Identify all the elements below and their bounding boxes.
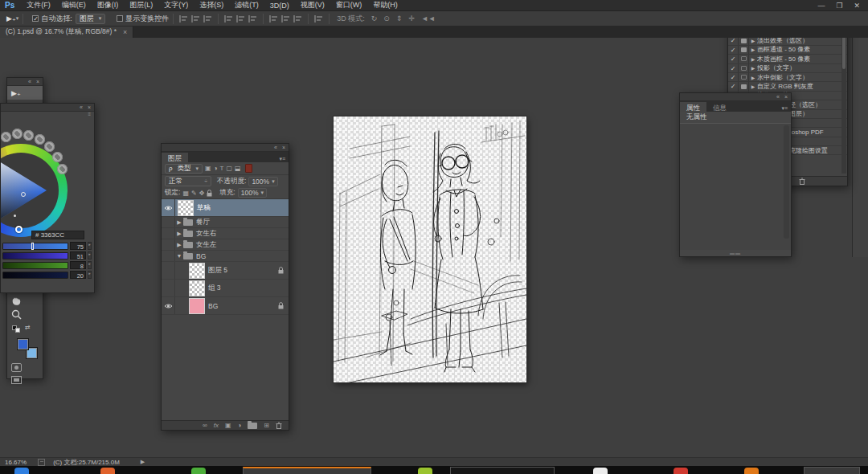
menu-edit[interactable]: 编辑(E) — [56, 0, 92, 10]
hue-marker-icon[interactable] — [15, 226, 23, 233]
filter-type-layers-icon[interactable]: T — [219, 165, 223, 172]
filter-smart-objects-icon[interactable]: ⬓ — [235, 165, 241, 172]
delete-action-icon[interactable] — [799, 178, 805, 185]
layer-row-layer5[interactable]: 图层 5 — [162, 262, 289, 280]
group-name[interactable]: 女生左 — [196, 240, 217, 250]
collapse-panel-icon[interactable]: « — [274, 145, 277, 150]
align-bottom-edges-icon[interactable] — [248, 15, 257, 22]
action-check-icon[interactable]: ✓ — [728, 73, 739, 81]
slider-value[interactable]: 8 — [70, 261, 86, 269]
lock-image-pixels-icon[interactable]: ✎ — [191, 190, 197, 197]
action-check-icon[interactable]: ✓ — [728, 55, 739, 63]
actions-scrollbar[interactable] — [841, 29, 846, 174]
color-slider[interactable] — [2, 252, 68, 259]
slider-value[interactable]: 51 — [70, 251, 86, 259]
filter-adjustment-layers-icon[interactable]: ◑ — [214, 165, 218, 172]
status-menu-arrow-icon[interactable]: ▶ — [141, 459, 145, 465]
align-vertical-centers-icon[interactable] — [236, 15, 245, 22]
layer-row-sketch[interactable]: 草稿 — [162, 199, 289, 217]
taskbar-app-icon[interactable] — [418, 468, 432, 474]
group-row-girl-left[interactable]: ▶ 女生左 — [162, 239, 289, 251]
dialog-toggle[interactable] — [739, 55, 749, 63]
close-panel-icon[interactable]: × — [88, 104, 91, 110]
collapse-arrow-icon[interactable]: ▼ — [175, 253, 183, 259]
taskbar-window-preview[interactable] — [804, 467, 860, 474]
expand-arrow-icon[interactable]: ▶ — [175, 231, 183, 237]
menu-type[interactable]: 文字(Y) — [158, 0, 194, 10]
align-top-edges-icon[interactable] — [224, 15, 233, 22]
tool-zoom[interactable] — [7, 308, 43, 321]
visibility-toggle[interactable] — [162, 262, 175, 279]
opacity-value[interactable]: 100% ▾ — [248, 177, 277, 186]
action-check-icon[interactable]: ✓ — [728, 82, 739, 90]
screen-mode-button[interactable] — [7, 373, 43, 386]
menu-select[interactable]: 选择(S) — [194, 0, 229, 10]
layer-row-group3[interactable]: 组 3 — [162, 280, 289, 297]
slider-handle[interactable] — [31, 243, 34, 250]
layer-thumbnail[interactable] — [189, 298, 205, 314]
dialog-toggle[interactable] — [739, 82, 749, 90]
zoom-level-field[interactable]: 16.67% — [5, 459, 27, 466]
panel-menu-icon[interactable]: ▾≡ — [276, 156, 289, 162]
menu-image[interactable]: 图像(I) — [92, 0, 125, 10]
slider-stepper[interactable]: ▸ — [88, 242, 92, 250]
properties-scrollbar[interactable] — [784, 125, 789, 239]
show-transform-checkbox[interactable] — [117, 15, 123, 22]
visibility-toggle[interactable] — [162, 251, 175, 261]
3d-rotate-icon[interactable]: ↻ — [371, 14, 378, 22]
preset-dot-icon[interactable] — [1, 132, 11, 142]
auto-select-checkbox[interactable]: ✓ — [32, 15, 39, 22]
layer-thumbnail[interactable] — [189, 280, 205, 296]
taskbar-app-icon[interactable] — [744, 468, 759, 474]
action-row[interactable]: ✓ ▶ 画框通道 - 50 像素 — [728, 46, 847, 55]
slider-value[interactable]: 20 — [70, 271, 86, 279]
menu-file[interactable]: 文件(F) — [21, 0, 56, 10]
taskbar-app-icon[interactable] — [191, 468, 206, 474]
color-wheel-area[interactable]: # 3363CC — [1, 118, 95, 239]
preset-dot-icon[interactable] — [12, 129, 23, 139]
action-check-icon[interactable]: ✓ — [728, 46, 739, 54]
expand-arrow-icon[interactable]: ▶ — [749, 56, 757, 62]
panel-resize-grip[interactable]: ▬▬ — [680, 250, 791, 256]
menu-layer[interactable]: 图层(L) — [124, 0, 158, 10]
slider-value[interactable]: 75 — [70, 242, 86, 250]
auto-align-layers-icon[interactable] — [314, 15, 323, 22]
layer-name[interactable]: BG — [208, 302, 218, 310]
action-name[interactable]: 画框通道 - 50 像素 — [757, 45, 810, 54]
expand-arrow-icon[interactable]: ▶ — [749, 47, 757, 52]
canvas-document[interactable] — [334, 116, 526, 382]
new-layer-icon[interactable]: ⊞ — [264, 422, 269, 429]
expand-arrow-icon[interactable]: ▶ — [749, 65, 757, 71]
expand-arrow-icon[interactable]: ▶ — [749, 84, 757, 89]
action-name[interactable]: 自定义 RGB 到灰度 — [757, 82, 813, 91]
window-minimize-button[interactable]: — — [817, 2, 825, 10]
new-group-icon[interactable] — [248, 423, 257, 429]
preset-dot-icon[interactable] — [57, 164, 68, 174]
visibility-toggle[interactable] — [162, 280, 175, 296]
3d-scale-icon[interactable]: ◄◄ — [421, 14, 436, 22]
group-name[interactable]: 餐厅 — [196, 218, 210, 227]
group-name[interactable]: 女生右 — [196, 229, 217, 239]
group-name[interactable]: BG — [196, 252, 206, 260]
dialog-toggle[interactable] — [739, 64, 749, 72]
distribute-left-icon[interactable] — [269, 15, 278, 22]
align-right-edges-icon[interactable] — [203, 15, 212, 22]
visibility-toggle[interactable] — [162, 228, 175, 239]
visibility-toggle[interactable] — [162, 199, 175, 216]
add-layer-mask-icon[interactable]: ▣ — [225, 422, 231, 429]
lock-position-icon[interactable]: ✥ — [199, 190, 205, 197]
dialog-toggle[interactable] — [739, 46, 749, 54]
preset-dot-icon[interactable] — [44, 141, 55, 152]
fill-value[interactable]: 100% ▾ — [238, 188, 267, 198]
filter-toggle-icon[interactable] — [245, 164, 252, 173]
action-row[interactable]: ✓ ▶ 水中倒影（文字） — [728, 73, 847, 82]
dialog-toggle[interactable] — [739, 73, 749, 81]
preset-dot-icon[interactable] — [23, 130, 34, 141]
adjustment-layer-icon[interactable]: ◑ — [237, 422, 241, 429]
group-row-girl-right[interactable]: ▶ 女生右 — [162, 228, 289, 239]
expand-arrow-icon[interactable]: ▶ — [749, 75, 757, 80]
tab-info[interactable]: 信息 — [706, 102, 733, 112]
layer-effects-icon[interactable]: fx — [214, 422, 219, 429]
action-check-icon[interactable]: ✓ — [728, 64, 739, 72]
3d-slide-icon[interactable]: ✛ — [408, 14, 415, 22]
